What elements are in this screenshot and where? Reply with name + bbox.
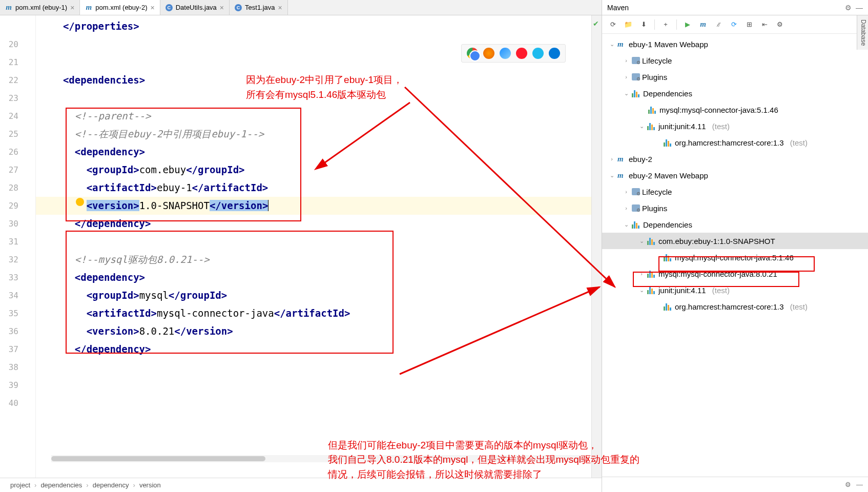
- add-project-icon[interactable]: 📁: [622, 18, 635, 31]
- java-class-icon: C: [166, 4, 173, 11]
- tree-node-project[interactable]: ⌄mebuy-1 Maven Webapp: [602, 36, 868, 52]
- tree-node-plugins[interactable]: ›Plugins: [602, 200, 868, 216]
- xml-tag: >: [139, 74, 145, 86]
- java-class-icon: C: [235, 4, 242, 11]
- tab-dateutils[interactable]: C DateUtils.java ×: [160, 0, 230, 15]
- tab-label: pom.xml (ebuy-2): [95, 4, 147, 11]
- dependencies-icon: [632, 89, 641, 97]
- scope-label: (test): [790, 302, 808, 311]
- dependency-icon: [647, 286, 656, 294]
- tab-pom-ebuy2[interactable]: m pom.xml (ebuy-2) ×: [80, 0, 160, 15]
- maven-file-icon: m: [85, 4, 92, 11]
- xml-tag: <: [63, 74, 69, 86]
- tab-label: pom.xml (ebuy-1): [15, 4, 67, 11]
- close-icon[interactable]: ×: [278, 4, 282, 12]
- editor-right-rail: ✔: [591, 15, 602, 478]
- edge-icon[interactable]: [549, 48, 560, 59]
- dependency-icon: [664, 138, 673, 147]
- tree-node-project[interactable]: ⌄mebuy-2 Maven Webapp: [602, 167, 868, 183]
- tree-label: Plugins: [642, 204, 667, 213]
- tree-node-dependency[interactable]: org.hamcrest:hamcrest-core:1.3 (test): [602, 298, 868, 315]
- tab-label: DateUtils.java: [176, 4, 217, 11]
- tree-node-lifecycle[interactable]: ›Lifecycle: [602, 183, 868, 200]
- offline-icon[interactable]: ⟳: [727, 18, 740, 31]
- breadcrumb-item[interactable]: dependencies: [40, 481, 82, 489]
- scope-label: (test): [712, 286, 730, 295]
- xml-tag: dependencies: [69, 74, 139, 86]
- annotation-box: [66, 108, 301, 221]
- breadcrumb-item[interactable]: dependency: [93, 481, 129, 489]
- skip-tests-icon[interactable]: ⫽: [712, 18, 725, 31]
- annotation-box: [66, 231, 394, 354]
- tree-node-dependency[interactable]: org.hamcrest:hamcrest-core:1.3 (test): [602, 134, 868, 151]
- dependency-icon: [647, 122, 656, 130]
- minimize-icon[interactable]: —: [856, 4, 863, 12]
- tree-node-project[interactable]: ›mebuy-2: [602, 151, 868, 167]
- diagram-icon[interactable]: ⊞: [742, 18, 756, 31]
- folder-icon: [632, 204, 640, 212]
- folder-icon: [632, 188, 640, 195]
- minimize-icon[interactable]: —: [856, 481, 863, 488]
- tree-label: Lifecycle: [642, 56, 672, 65]
- tree-label: Dependencies: [643, 89, 692, 98]
- scope-label: (test): [790, 138, 808, 147]
- tree-node-lifecycle[interactable]: ›Lifecycle: [602, 52, 868, 69]
- tree-label: org.hamcrest:hamcrest-core:1.3: [675, 138, 784, 147]
- maven-icon[interactable]: m: [696, 18, 710, 31]
- tree-label: Dependencies: [643, 220, 692, 229]
- safari-icon[interactable]: [500, 48, 511, 59]
- folder-icon: [632, 73, 640, 80]
- tree-label: Lifecycle: [642, 188, 672, 196]
- annotation-text: 因为在ebuy-2中引用了ebuy-1项目， 所有会有mysql5.1.46版本…: [246, 73, 403, 102]
- tree-label: ebuy-1 Maven Webapp: [629, 40, 708, 49]
- dependency-icon: [664, 302, 673, 311]
- close-icon[interactable]: ×: [150, 4, 154, 12]
- scope-label: (test): [712, 122, 730, 131]
- tree-node-dependencies[interactable]: ⌄Dependencies: [602, 216, 868, 233]
- tree-label: com.ebuy:ebuy-1:1.0-SNAPSHOT: [658, 237, 775, 245]
- database-tool-tab[interactable]: Database: [857, 15, 868, 50]
- annotation-box: [658, 256, 815, 272]
- tree-node-dependencies[interactable]: ⌄Dependencies: [602, 85, 868, 101]
- tree-node-dependency[interactable]: ⌄junit:junit:4.11 (test): [602, 118, 868, 134]
- tree-label: mysql:mysql-connector-java:5.1.46: [659, 106, 778, 114]
- tree-node-dependency[interactable]: mysql:mysql-connector-java:5.1.46: [602, 101, 868, 118]
- dependencies-icon: [632, 220, 641, 229]
- gear-icon[interactable]: ⚙: [845, 4, 852, 12]
- collapse-icon[interactable]: ⇤: [758, 18, 771, 31]
- tree-label: ebuy-2 Maven Webapp: [629, 171, 708, 180]
- ie-icon[interactable]: [532, 48, 544, 59]
- tree-label: ebuy-2: [629, 155, 652, 163]
- browser-preview-icons[interactable]: [461, 44, 566, 63]
- tree-label: Plugins: [642, 73, 667, 81]
- plus-icon[interactable]: +: [659, 18, 672, 31]
- maven-file-icon: m: [5, 4, 12, 11]
- tree-node-dependency[interactable]: ⌄com.ebuy:ebuy-1:1.0-SNAPSHOT: [602, 233, 868, 249]
- chrome-icon[interactable]: [467, 48, 478, 59]
- close-icon[interactable]: ×: [70, 4, 74, 12]
- annotation-box: [633, 272, 799, 287]
- fold-gutter: [26, 15, 36, 478]
- refresh-icon[interactable]: ⟳: [606, 18, 619, 31]
- gear-icon[interactable]: ⚙: [845, 481, 851, 488]
- scrollbar-thumb[interactable]: [51, 456, 265, 461]
- run-icon[interactable]: ▶: [681, 18, 694, 31]
- tree-node-plugins[interactable]: ›Plugins: [602, 69, 868, 85]
- tree-label: org.hamcrest:hamcrest-core:1.3: [675, 302, 784, 311]
- annotation-text: 但是我们可能在ebuy-2项目中需要更高的版本的mysql驱动包， 我们自己导入…: [328, 438, 639, 482]
- opera-icon[interactable]: [516, 48, 527, 59]
- close-icon[interactable]: ×: [220, 4, 224, 12]
- settings-icon[interactable]: ⚙: [773, 18, 787, 31]
- firefox-icon[interactable]: [483, 48, 494, 59]
- code-editor[interactable]: 2021222324252627282930313233343536373839…: [0, 15, 602, 478]
- tab-label: Test1.java: [245, 4, 275, 11]
- dependency-icon: [648, 106, 657, 114]
- maven-tree[interactable]: ⌄mebuy-1 Maven Webapp ›Lifecycle ›Plugin…: [602, 34, 868, 477]
- tab-pom-ebuy1[interactable]: m pom.xml (ebuy-1) ×: [0, 0, 80, 15]
- tab-test1[interactable]: C Test1.java ×: [230, 0, 288, 15]
- breadcrumb-item[interactable]: version: [139, 481, 161, 489]
- editor-tabs: m pom.xml (ebuy-1) × m pom.xml (ebuy-2) …: [0, 0, 602, 15]
- breadcrumb-item[interactable]: project: [10, 481, 30, 489]
- folder-icon: [632, 57, 640, 64]
- download-icon[interactable]: ⬇: [637, 18, 650, 31]
